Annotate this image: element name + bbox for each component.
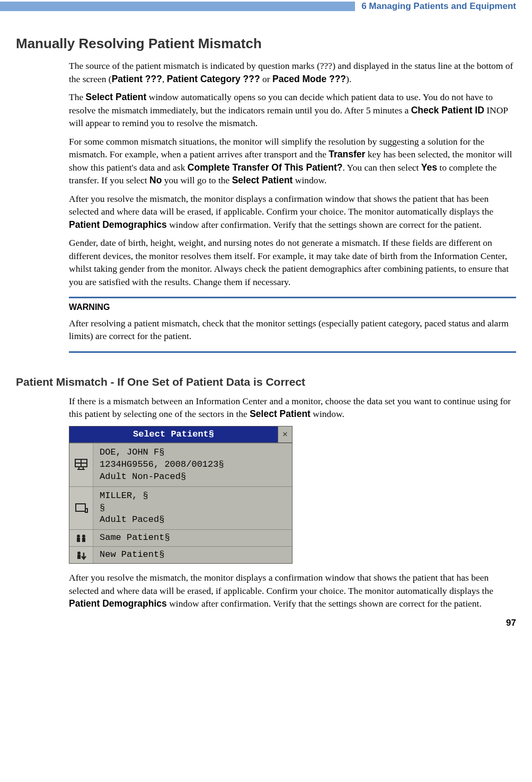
page-number: 97 [506,617,516,629]
new-patient-icon [69,547,93,563]
select-patient-dialog: Select Patient§ × DOE, JOHN F§ 1234HG955… [69,426,292,564]
paragraph: For some common mismatch situations, the… [69,135,516,187]
chapter-title: 6 Managing Patients and Equipment [355,0,516,13]
svg-point-12 [77,552,81,555]
option-label: Same Patient§ [93,530,292,546]
text: . You can then select [343,162,421,173]
same-patient-option[interactable]: Same Patient§ [69,529,292,546]
text: you will go to the [162,175,232,185]
text: window after confirmation. Verify that t… [167,219,482,230]
section-heading-one-set: Patient Mismatch - If One Set of Patient… [16,374,516,389]
ui-term: No [149,175,162,185]
same-patient-icon [69,530,93,546]
patient-category: Adult Non-Paced§ [100,471,286,483]
ui-term: Select Patient [86,92,147,102]
patient-name: DOE, JOHN F§ [100,447,286,459]
svg-rect-9 [77,538,80,542]
header-rule [0,2,355,11]
warning-label: WARNING [69,301,516,313]
svg-rect-11 [82,538,85,542]
ui-term: Patient ??? [112,74,162,84]
svg-rect-6 [76,504,85,511]
dialog-title: Select Patient§ [69,426,278,442]
text: or [260,74,272,84]
svg-rect-7 [85,509,87,512]
warning-rule-top [69,297,516,298]
svg-point-10 [82,535,85,538]
monitor-icon [69,443,93,486]
text: , [162,74,167,84]
section-heading-manual-resolve: Manually Resolving Patient Mismatch [16,34,516,53]
option-label: New Patient§ [93,547,292,563]
paragraph: After you resolve the mismatch, the moni… [69,571,516,610]
patient-option-bedside[interactable]: MILLER, § § Adult Paced§ [69,486,292,530]
patient-id: § [100,502,286,514]
text: window. [292,175,326,185]
ui-term: Transfer [329,149,365,159]
page-header: 6 Managing Patients and Equipment [0,0,532,13]
text: window. [311,408,344,419]
ui-term: Select Patient [250,408,311,419]
dialog-titlebar: Select Patient§ × [69,426,292,443]
warning-rule-bottom [69,351,516,353]
patient-category: Adult Paced§ [100,514,286,526]
bedside-icon [69,487,93,530]
svg-point-8 [77,535,80,538]
patient-id: 1234HG9556, 2008/00123§ [100,459,286,471]
paragraph: The source of the patient mismatch is in… [69,59,516,85]
paragraph: The Select Patient window automatically … [69,91,516,130]
paragraph: After you resolve the mismatch, the moni… [69,192,516,232]
patient-option-monitor[interactable]: DOE, JOHN F§ 1234HG9556, 2008/00123§ Adu… [69,443,292,486]
ui-term: Paced Mode ??? [272,74,346,84]
warning-text: After resolving a patient mismatch, chec… [69,317,516,343]
ui-term: Yes [421,162,437,173]
patient-option-content: DOE, JOHN F§ 1234HG9556, 2008/00123§ Adu… [93,443,292,486]
ui-term: Check Patient ID [411,105,484,115]
ui-term: Patient Category ??? [167,74,260,84]
patient-name: MILLER, § [100,490,286,502]
ui-term: Patient Demographics [69,219,167,230]
text: After you resolve the mismatch, the moni… [69,193,493,217]
ui-term: Select Patient [232,175,293,185]
paragraph: If there is a mismatch between an Inform… [69,395,516,421]
text: After you resolve the mismatch, the moni… [69,572,493,596]
text: ). [346,74,351,84]
close-button[interactable]: × [278,426,292,442]
text: The [69,92,86,102]
ui-term: Patient Demographics [69,598,167,609]
svg-rect-13 [77,555,81,559]
text: window after confirmation. Verify that t… [167,598,482,609]
new-patient-option[interactable]: New Patient§ [69,546,292,563]
patient-option-content: MILLER, § § Adult Paced§ [93,487,292,530]
ui-term: Complete Transfer Of This Patient? [188,162,343,173]
paragraph: Gender, date of birth, height, weight, a… [69,236,516,288]
